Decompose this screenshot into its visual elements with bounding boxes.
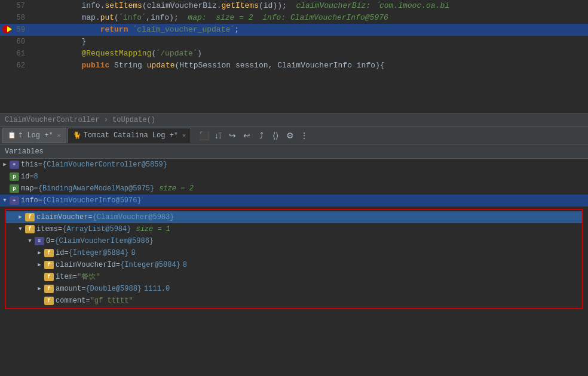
var-row-claimvoucher[interactable]: ▶ f claimVoucher = {ClaimVoucher@5983} <box>6 211 582 223</box>
var-value-items: {ArrayList@5984} <box>62 223 131 235</box>
var-value-i0amt: {Double@5988} <box>85 283 142 295</box>
var-value-item0: {ClaimVoucherItem@5986} <box>54 235 154 247</box>
var-icon-map: p <box>10 184 19 193</box>
code-content-62: public String update(HttpSession session… <box>39 60 588 72</box>
tab-tomcat-label: Tomcat Catalina Log +* <box>84 131 178 140</box>
var-row-id[interactable]: ▶ p id = 8 <box>0 171 588 183</box>
var-row-item0-id[interactable]: ▶ f id = {Integer@5884} 8 <box>6 247 582 259</box>
debug-tabs-bar: 📋 t Log +* ✕ 🐈 Tomcat Catalina Log +* ✕ … <box>0 127 588 144</box>
var-name-info: info <box>21 195 38 207</box>
var-value-i0id: {Integer@5884} <box>69 247 129 259</box>
var-row-item0-amount[interactable]: ▶ f amount = {Double@5988} 1111.0 <box>6 283 582 295</box>
toolbar-filter-btn[interactable]: ⟨⟩ <box>269 129 282 142</box>
var-row-item0-item[interactable]: ▶ f item = "餐饮" <box>6 271 582 283</box>
var-name-item0: 0 <box>46 235 50 247</box>
var-equals-map: = <box>34 183 38 195</box>
var-icon-info: ≡ <box>10 196 19 205</box>
tab-tomcat-close[interactable]: ✕ <box>182 132 186 139</box>
var-name-items: items <box>36 223 58 235</box>
line-number-62: 62 <box>0 60 30 72</box>
var-value-i0cmt: "gf ttttt" <box>90 295 133 307</box>
var-expand-items[interactable]: ▼ <box>16 223 25 235</box>
var-name-i0item: item <box>56 271 73 283</box>
var-extra-i0id: 8 <box>131 247 135 259</box>
line-number-59: 59 <box>0 24 30 36</box>
var-value-i0cvi: {Integer@5884} <box>120 259 180 271</box>
code-line-61: 61 @RequestMapping(ˊ/updateˊ) <box>0 48 588 60</box>
var-expand-this[interactable]: ▶ <box>0 159 10 171</box>
tab-log-close[interactable]: ✕ <box>57 132 61 139</box>
log-tab-icon: 📋 <box>8 131 16 139</box>
var-name-i0id: id <box>56 247 64 259</box>
var-value-this: {ClaimVoucherController@5859} <box>42 159 167 171</box>
var-expand-i0cvi[interactable]: ▶ <box>35 259 44 271</box>
var-icon-items: f <box>25 225 35 233</box>
variables-title: Variables <box>5 147 44 156</box>
var-equals-this: = <box>38 159 42 171</box>
var-name-this: this <box>21 159 38 171</box>
var-row-info[interactable]: ▼ ≡ info = {ClaimVoucherInfo@5976} <box>0 195 588 207</box>
var-icon-cv: f <box>25 213 35 221</box>
code-line-59: 59 return ˊclaim_voucher_updateˊ; <box>0 24 588 36</box>
var-extra-i0amt: 1111.0 <box>144 283 170 295</box>
toolbar-prev-btn[interactable]: ↩ <box>240 129 253 142</box>
var-equals-i0amt: = <box>81 283 85 295</box>
var-equals-i0item: = <box>73 271 77 283</box>
var-equals-id: = <box>29 171 33 183</box>
variables-panel: Variables ▶ ≡ this = {ClaimVoucherContro… <box>0 144 588 376</box>
var-name-id: id <box>21 171 29 183</box>
line-number-57: 57 <box>0 0 30 12</box>
var-value-cv: {ClaimVoucher@5983} <box>93 211 174 223</box>
var-icon-i0item: f <box>44 273 54 281</box>
var-icon-id: p <box>10 172 19 181</box>
var-expand-cv[interactable]: ▶ <box>16 211 25 223</box>
var-expand-item0[interactable]: ▼ <box>25 235 35 247</box>
var-icon-i0amt: f <box>44 285 54 293</box>
toolbar-scroll-end-btn[interactable]: ↓⃣ <box>212 129 225 142</box>
var-extra-map: size = 2 <box>159 183 194 195</box>
breadcrumb-text: ClaimVoucherController › toUpdate() <box>5 116 155 124</box>
var-row-item0-comment[interactable]: ▶ f comment = "gf ttttt" <box>6 295 582 307</box>
code-line-58: 58 map.put(ˊinfoˊ,info); map: size = 2 i… <box>0 12 588 24</box>
tab-tomcat-catalina[interactable]: 🐈 Tomcat Catalina Log +* ✕ <box>68 128 191 143</box>
var-expand-i0amt[interactable]: ▶ <box>35 283 44 295</box>
var-value-info: {ClaimVoucherInfo@5976} <box>42 195 142 207</box>
var-row-item0-cvi[interactable]: ▶ f claimVoucherId = {Integer@5884} 8 <box>6 259 582 271</box>
var-equals-i0cmt: = <box>85 295 90 307</box>
var-row-map[interactable]: ▶ p map = {BindingAwareModelMap@5975} si… <box>0 183 588 195</box>
code-content-60: } <box>39 36 588 48</box>
var-row-this[interactable]: ▶ ≡ this = {ClaimVoucherController@5859} <box>0 159 588 171</box>
code-content-61: @RequestMapping(ˊ/updateˊ) <box>39 48 588 60</box>
breakpoint-arrow <box>7 26 12 32</box>
var-name-i0amt: amount <box>56 283 81 295</box>
toolbar-more-btn[interactable]: ⋮ <box>298 129 311 142</box>
code-line-60: 60 } <box>0 36 588 48</box>
code-content-57: info.setItems(claimVoucherBiz.getItems(i… <box>39 0 588 12</box>
var-name-map: map <box>21 183 34 195</box>
var-icon-i0id: f <box>44 249 54 257</box>
line-number-58: 58 <box>0 12 30 24</box>
var-name-i0cmt: comment <box>56 295 85 307</box>
var-value-i0item: "餐饮" <box>77 271 100 283</box>
var-row-items[interactable]: ▼ f items = {ArrayList@5984} size = 1 <box>6 223 582 235</box>
tab-log[interactable]: 📋 t Log +* ✕ <box>2 128 66 143</box>
toolbar-clear-btn[interactable]: ⬛ <box>197 129 210 142</box>
toolbar-jump-btn[interactable]: ⤴ <box>255 129 268 142</box>
var-expand-i0id[interactable]: ▶ <box>35 247 44 259</box>
var-equals-i0cvi: = <box>116 259 120 271</box>
var-row-item0[interactable]: ▼ ≡ 0 = {ClaimVoucherItem@5986} <box>6 235 582 247</box>
toolbar-settings-btn[interactable]: ⚙ <box>283 129 296 142</box>
var-name-i0cvi: claimVoucherId <box>56 259 116 271</box>
var-icon-i0cvi: f <box>44 261 54 269</box>
code-editor: 57 info.setItems(claimVoucherBiz.getItem… <box>0 0 588 113</box>
variables-content: ▶ ≡ this = {ClaimVoucherController@5859}… <box>0 159 588 376</box>
code-line-62: 62 public String update(HttpSession sess… <box>0 60 588 72</box>
debug-toolbar-icons: ⬛ ↓⃣ ↪ ↩ ⤴ ⟨⟩ ⚙ ⋮ <box>197 129 311 142</box>
var-extra-items: size = 1 <box>136 223 170 235</box>
toolbar-next-btn[interactable]: ↪ <box>226 129 239 142</box>
code-line-57: 57 info.setItems(claimVoucherBiz.getItem… <box>0 0 588 12</box>
tab-log-label: t Log +* <box>19 131 53 140</box>
var-expand-info[interactable]: ▼ <box>0 195 10 207</box>
line-number-60: 60 <box>0 36 30 48</box>
var-equals-cv: = <box>88 211 92 223</box>
